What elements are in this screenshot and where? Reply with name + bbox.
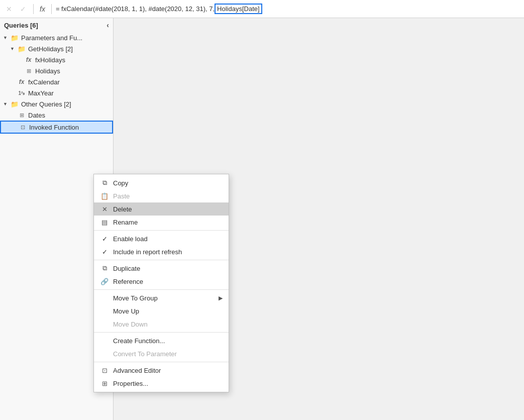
sidebar-item-other-queries[interactable]: ▼ 📁 Other Queries [2]: [0, 98, 113, 110]
cancel-button[interactable]: ✕: [3, 3, 15, 15]
paste-icon: 📋: [100, 192, 109, 200]
sidebar-item-fx-calendar[interactable]: ▶ fx fxCalendar: [0, 76, 113, 87]
formula-content: = fxCalendar(#date(2018, 1, 1), #date(20…: [56, 4, 521, 14]
ctx-item-label: Copy: [113, 179, 128, 187]
formula-text: = fxCalendar(#date(2018, 1, 1), #date(20…: [56, 5, 215, 13]
move-to-group-icon: [100, 294, 109, 302]
sidebar-item-invoked-function[interactable]: ▶ ⊡ Invoked Function: [0, 121, 113, 134]
ctx-item-label: Reference: [113, 278, 143, 285]
context-menu-item-move-to-group[interactable]: Move To Group ▶: [94, 291, 229, 304]
submenu-arrow-icon: ▶: [219, 295, 223, 301]
sidebar-item-max-year[interactable]: ▶ 1²₃ MaxYear: [0, 87, 113, 98]
ctx-item-label: Move Down: [113, 321, 148, 328]
ctx-item-label: Create Function...: [113, 337, 165, 345]
context-menu-item-properties[interactable]: ⊞ Properties...: [94, 377, 229, 390]
sidebar-item-label: fxCalendar: [28, 78, 60, 86]
formula-separator-2: [51, 4, 52, 14]
sidebar-item-parameters-fu[interactable]: ▼ 📁 Parameters and Fu...: [0, 32, 113, 43]
delete-icon: ✕: [100, 205, 109, 213]
no-arrow: ▶: [17, 57, 24, 62]
sidebar-item-label: Invoked Function: [29, 124, 79, 131]
ctx-item-label: Include in report refresh: [113, 248, 182, 256]
ctx-item-label: Move To Group: [113, 294, 158, 302]
ctx-item-label: Convert To Parameter: [113, 350, 177, 358]
folder-icon: 📁: [10, 34, 19, 42]
context-menu-item-delete[interactable]: ✕ Delete: [94, 202, 229, 216]
ctx-item-label: Move Up: [113, 307, 139, 315]
check-icon: ✓: [100, 248, 109, 256]
no-arrow: ▶: [10, 79, 17, 84]
sidebar-item-label: fxHolidays: [35, 56, 65, 64]
context-menu-item-paste[interactable]: 📋 Paste: [94, 189, 229, 202]
sidebar-item-label: GetHolidays [2]: [28, 45, 73, 53]
reference-icon: 🔗: [100, 277, 109, 285]
folder-icon: 📁: [17, 45, 26, 53]
table-icon: ⊞: [24, 67, 33, 75]
move-down-icon: [100, 320, 109, 328]
context-menu-item-convert-to-parameter[interactable]: Convert To Parameter: [94, 347, 229, 360]
context-menu-item-move-up[interactable]: Move Up: [94, 304, 229, 318]
context-menu-item-move-down[interactable]: Move Down: [94, 318, 229, 331]
context-menu-item-reference[interactable]: 🔗 Reference: [94, 275, 229, 288]
sidebar-title: Queries [6]: [4, 22, 38, 29]
table-icon: ⊞: [17, 111, 26, 119]
context-menu-item-duplicate[interactable]: ⧉ Duplicate: [94, 262, 229, 275]
no-arrow: ▶: [11, 125, 18, 130]
formula-separator: [33, 4, 34, 14]
sidebar-item-label: MaxYear: [28, 89, 54, 97]
sidebar-item-fx-holidays[interactable]: ▶ fx fxHolidays: [0, 54, 113, 65]
context-menu-item-advanced-editor[interactable]: ⊡ Advanced Editor: [94, 364, 229, 377]
expand-arrow: ▼: [3, 35, 10, 40]
fx-icon: fx: [24, 56, 33, 64]
sidebar-item-label: Dates: [28, 112, 45, 119]
ctx-item-label: Duplicate: [113, 265, 140, 272]
duplicate-icon: ⧉: [100, 264, 109, 272]
folder-icon: 📁: [10, 100, 19, 108]
rename-icon: ▤: [100, 218, 109, 226]
no-arrow: ▶: [10, 90, 17, 95]
sidebar-collapse-button[interactable]: ‹: [107, 21, 109, 29]
ctx-item-label: Enable load: [113, 235, 148, 243]
sidebar-item-label: Holidays: [35, 67, 60, 75]
context-menu-item-enable-load[interactable]: ✓ Enable load: [94, 232, 229, 245]
invoked-function-icon: ⊡: [18, 123, 27, 131]
no-arrow: ▶: [10, 113, 17, 118]
sidebar: Queries [6] ‹ ▼ 📁 Parameters and Fu... ▼…: [0, 18, 114, 420]
properties-icon: ⊞: [100, 379, 109, 387]
expand-arrow: ▼: [3, 101, 10, 107]
separator-3: [94, 289, 229, 290]
check-icon: ✓: [100, 235, 109, 243]
ctx-item-label: Paste: [113, 192, 130, 200]
sidebar-item-holidays[interactable]: ▶ ⊞ Holidays: [0, 65, 113, 76]
fx-label: fx: [38, 5, 47, 13]
sidebar-item-get-holidays[interactable]: ▼ 📁 GetHolidays [2]: [0, 43, 113, 54]
no-arrow: ▶: [17, 68, 24, 73]
context-menu-item-rename[interactable]: ▤ Rename: [94, 216, 229, 229]
context-menu-item-copy[interactable]: ⧉ Copy: [94, 176, 229, 189]
main-area: Queries [6] ‹ ▼ 📁 Parameters and Fu... ▼…: [0, 18, 524, 420]
sidebar-item-dates[interactable]: ▶ ⊞ Dates: [0, 110, 113, 121]
separator-2: [94, 260, 229, 260]
convert-icon: [100, 350, 109, 358]
copy-icon: ⧉: [100, 179, 109, 187]
sidebar-item-label: Other Queries [2]: [21, 100, 71, 108]
sidebar-header: Queries [6] ‹: [0, 18, 113, 32]
separator-4: [94, 332, 229, 333]
ctx-item-label: Rename: [113, 219, 138, 226]
separator-5: [94, 362, 229, 362]
move-up-icon: [100, 307, 109, 315]
ctx-item-label: Properties...: [113, 380, 148, 387]
sidebar-item-label: Parameters and Fu...: [21, 34, 82, 42]
ctx-item-label: Advanced Editor: [113, 367, 161, 374]
ctx-item-label: Delete: [113, 205, 132, 213]
formula-highlight: Holidays[Date]: [215, 4, 262, 14]
param-icon: 1²₃: [17, 89, 26, 97]
context-menu: ⧉ Copy 📋 Paste ✕ Delete ▤ Rename ✓ Enabl…: [93, 174, 229, 392]
context-menu-item-include-refresh[interactable]: ✓ Include in report refresh: [94, 245, 229, 258]
separator-1: [94, 230, 229, 231]
fx-icon: fx: [17, 78, 26, 86]
formula-bar: ✕ ✓ fx = fxCalendar(#date(2018, 1, 1), #…: [0, 0, 524, 18]
confirm-button[interactable]: ✓: [17, 3, 29, 15]
context-menu-item-create-function[interactable]: Create Function...: [94, 334, 229, 347]
create-function-icon: [100, 337, 109, 345]
